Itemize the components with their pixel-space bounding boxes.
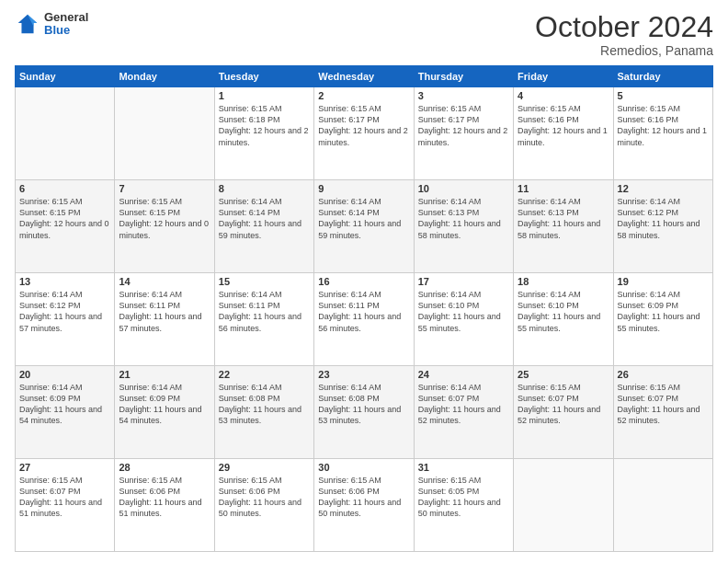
day-number: 4 xyxy=(518,90,609,101)
cell-info: Sunrise: 6:14 AM Sunset: 6:12 PM Dayligh… xyxy=(618,196,709,241)
day-number: 20 xyxy=(19,369,110,380)
day-header-tuesday: Tuesday xyxy=(214,66,313,87)
day-number: 2 xyxy=(318,90,409,101)
day-number: 1 xyxy=(219,90,310,101)
day-number: 16 xyxy=(318,276,409,287)
calendar-week-row: 20Sunrise: 6:14 AM Sunset: 6:09 PM Dayli… xyxy=(16,366,713,459)
calendar-cell: 20Sunrise: 6:14 AM Sunset: 6:09 PM Dayli… xyxy=(16,366,115,459)
cell-info: Sunrise: 6:14 AM Sunset: 6:08 PM Dayligh… xyxy=(219,382,310,427)
cell-info: Sunrise: 6:15 AM Sunset: 6:17 PM Dayligh… xyxy=(418,103,509,148)
cell-info: Sunrise: 6:15 AM Sunset: 6:15 PM Dayligh… xyxy=(19,196,110,241)
day-number: 29 xyxy=(219,462,310,473)
cell-info: Sunrise: 6:15 AM Sunset: 6:06 PM Dayligh… xyxy=(318,475,409,520)
cell-info: Sunrise: 6:14 AM Sunset: 6:09 PM Dayligh… xyxy=(19,382,110,427)
cell-info: Sunrise: 6:14 AM Sunset: 6:13 PM Dayligh… xyxy=(518,196,609,241)
day-header-friday: Friday xyxy=(514,66,613,87)
calendar-header-row: SundayMondayTuesdayWednesdayThursdayFrid… xyxy=(16,66,713,87)
calendar-table: SundayMondayTuesdayWednesdayThursdayFrid… xyxy=(15,65,713,552)
cell-info: Sunrise: 6:15 AM Sunset: 6:06 PM Dayligh… xyxy=(219,475,310,520)
calendar-week-row: 13Sunrise: 6:14 AM Sunset: 6:12 PM Dayli… xyxy=(16,273,713,366)
cell-info: Sunrise: 6:14 AM Sunset: 6:11 PM Dayligh… xyxy=(318,289,409,334)
cell-info: Sunrise: 6:15 AM Sunset: 6:07 PM Dayligh… xyxy=(518,382,609,427)
calendar-cell: 21Sunrise: 6:14 AM Sunset: 6:09 PM Dayli… xyxy=(115,366,214,459)
month-title: October 2024 xyxy=(535,11,713,43)
cell-info: Sunrise: 6:14 AM Sunset: 6:10 PM Dayligh… xyxy=(518,289,609,334)
cell-info: Sunrise: 6:15 AM Sunset: 6:07 PM Dayligh… xyxy=(19,475,110,520)
cell-info: Sunrise: 6:14 AM Sunset: 6:13 PM Dayligh… xyxy=(418,196,509,241)
calendar-cell: 24Sunrise: 6:14 AM Sunset: 6:07 PM Dayli… xyxy=(414,366,513,459)
day-number: 15 xyxy=(219,276,310,287)
day-number: 17 xyxy=(418,276,509,287)
calendar-cell: 3Sunrise: 6:15 AM Sunset: 6:17 PM Daylig… xyxy=(414,87,513,180)
calendar-cell: 5Sunrise: 6:15 AM Sunset: 6:16 PM Daylig… xyxy=(613,87,712,180)
calendar-cell: 18Sunrise: 6:14 AM Sunset: 6:10 PM Dayli… xyxy=(514,273,613,366)
calendar-cell: 7Sunrise: 6:15 AM Sunset: 6:15 PM Daylig… xyxy=(115,180,214,273)
day-number: 27 xyxy=(19,462,110,473)
calendar-cell: 11Sunrise: 6:14 AM Sunset: 6:13 PM Dayli… xyxy=(514,180,613,273)
calendar-cell: 2Sunrise: 6:15 AM Sunset: 6:17 PM Daylig… xyxy=(314,87,414,180)
day-header-saturday: Saturday xyxy=(613,66,712,87)
day-number: 3 xyxy=(418,90,509,101)
calendar-cell: 29Sunrise: 6:15 AM Sunset: 6:06 PM Dayli… xyxy=(214,459,313,552)
calendar-cell: 4Sunrise: 6:15 AM Sunset: 6:16 PM Daylig… xyxy=(514,87,613,180)
cell-info: Sunrise: 6:14 AM Sunset: 6:14 PM Dayligh… xyxy=(318,196,409,241)
day-number: 14 xyxy=(119,276,210,287)
cell-info: Sunrise: 6:14 AM Sunset: 6:09 PM Dayligh… xyxy=(119,382,210,427)
calendar-cell xyxy=(613,459,712,552)
day-number: 22 xyxy=(219,369,310,380)
cell-info: Sunrise: 6:14 AM Sunset: 6:12 PM Dayligh… xyxy=(19,289,110,334)
logo-blue-text: Blue xyxy=(44,24,88,37)
calendar-cell xyxy=(115,87,214,180)
calendar-cell: 10Sunrise: 6:14 AM Sunset: 6:13 PM Dayli… xyxy=(414,180,513,273)
day-number: 31 xyxy=(418,462,509,473)
day-number: 9 xyxy=(318,183,409,194)
svg-marker-0 xyxy=(18,15,38,34)
calendar-cell: 25Sunrise: 6:15 AM Sunset: 6:07 PM Dayli… xyxy=(514,366,613,459)
day-number: 23 xyxy=(318,369,409,380)
calendar-cell: 16Sunrise: 6:14 AM Sunset: 6:11 PM Dayli… xyxy=(314,273,414,366)
cell-info: Sunrise: 6:15 AM Sunset: 6:17 PM Dayligh… xyxy=(318,103,409,148)
location-subtitle: Remedios, Panama xyxy=(535,43,713,58)
calendar-cell: 6Sunrise: 6:15 AM Sunset: 6:15 PM Daylig… xyxy=(16,180,115,273)
day-number: 30 xyxy=(318,462,409,473)
cell-info: Sunrise: 6:14 AM Sunset: 6:11 PM Dayligh… xyxy=(219,289,310,334)
day-number: 28 xyxy=(119,462,210,473)
calendar-cell: 15Sunrise: 6:14 AM Sunset: 6:11 PM Dayli… xyxy=(214,273,313,366)
calendar-cell: 19Sunrise: 6:14 AM Sunset: 6:09 PM Dayli… xyxy=(613,273,712,366)
calendar-cell: 27Sunrise: 6:15 AM Sunset: 6:07 PM Dayli… xyxy=(16,459,115,552)
cell-info: Sunrise: 6:15 AM Sunset: 6:06 PM Dayligh… xyxy=(119,475,210,520)
page: General Blue October 2024 Remedios, Pana… xyxy=(0,0,728,563)
cell-info: Sunrise: 6:14 AM Sunset: 6:10 PM Dayligh… xyxy=(418,289,509,334)
day-number: 24 xyxy=(418,369,509,380)
logo-icon xyxy=(15,11,40,37)
logo-text: General Blue xyxy=(44,11,88,38)
day-number: 21 xyxy=(119,369,210,380)
calendar-cell: 9Sunrise: 6:14 AM Sunset: 6:14 PM Daylig… xyxy=(314,180,414,273)
day-number: 19 xyxy=(618,276,709,287)
calendar-week-row: 1Sunrise: 6:15 AM Sunset: 6:18 PM Daylig… xyxy=(16,87,713,180)
day-number: 26 xyxy=(618,369,709,380)
header: General Blue October 2024 Remedios, Pana… xyxy=(15,11,713,58)
calendar-cell: 13Sunrise: 6:14 AM Sunset: 6:12 PM Dayli… xyxy=(16,273,115,366)
calendar-cell: 28Sunrise: 6:15 AM Sunset: 6:06 PM Dayli… xyxy=(115,459,214,552)
logo-general-text: General xyxy=(44,11,88,24)
day-header-monday: Monday xyxy=(115,66,214,87)
day-header-thursday: Thursday xyxy=(414,66,513,87)
cell-info: Sunrise: 6:14 AM Sunset: 6:09 PM Dayligh… xyxy=(618,289,709,334)
cell-info: Sunrise: 6:15 AM Sunset: 6:07 PM Dayligh… xyxy=(618,382,709,427)
cell-info: Sunrise: 6:14 AM Sunset: 6:11 PM Dayligh… xyxy=(119,289,210,334)
day-number: 6 xyxy=(19,183,110,194)
cell-info: Sunrise: 6:15 AM Sunset: 6:15 PM Dayligh… xyxy=(119,196,210,241)
calendar-cell: 23Sunrise: 6:14 AM Sunset: 6:08 PM Dayli… xyxy=(314,366,414,459)
calendar-cell: 17Sunrise: 6:14 AM Sunset: 6:10 PM Dayli… xyxy=(414,273,513,366)
cell-info: Sunrise: 6:15 AM Sunset: 6:18 PM Dayligh… xyxy=(219,103,310,148)
logo: General Blue xyxy=(15,11,88,38)
day-number: 12 xyxy=(618,183,709,194)
calendar-cell xyxy=(514,459,613,552)
day-number: 13 xyxy=(19,276,110,287)
calendar-cell: 31Sunrise: 6:15 AM Sunset: 6:05 PM Dayli… xyxy=(414,459,513,552)
calendar-cell: 1Sunrise: 6:15 AM Sunset: 6:18 PM Daylig… xyxy=(214,87,313,180)
calendar-week-row: 6Sunrise: 6:15 AM Sunset: 6:15 PM Daylig… xyxy=(16,180,713,273)
calendar-cell xyxy=(16,87,115,180)
calendar-cell: 8Sunrise: 6:14 AM Sunset: 6:14 PM Daylig… xyxy=(214,180,313,273)
